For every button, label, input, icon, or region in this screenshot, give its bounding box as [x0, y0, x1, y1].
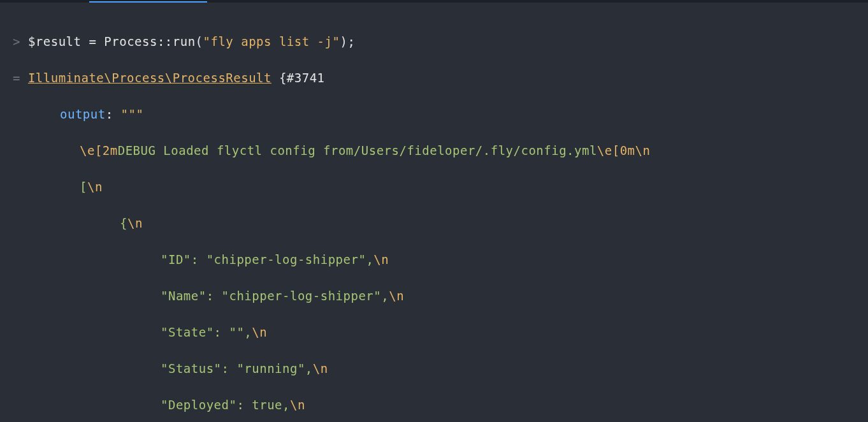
json-key: "ID"	[161, 252, 191, 266]
ansi-escape-start: \e[2m	[80, 143, 118, 157]
json-val: true	[252, 398, 282, 412]
call-close: );	[340, 34, 355, 48]
json-key: "Status"	[161, 361, 222, 375]
newline-escape: \n	[127, 216, 143, 230]
json-kv-line: "Deployed": true,\n	[13, 396, 855, 414]
tab-indicator-bar	[0, 0, 868, 3]
json-val: "chipper-log-shipper"	[206, 252, 366, 266]
newline-escape: \n	[87, 180, 103, 194]
json-key: "Name"	[161, 289, 206, 303]
object-suffix: {#3741	[271, 71, 325, 85]
class-call: Process::run(	[104, 34, 203, 48]
json-comma: ,	[282, 398, 290, 412]
newline-escape: \n	[389, 289, 404, 303]
assign-op: =	[81, 34, 104, 48]
json-key: "Deployed"	[161, 398, 236, 412]
brace-open: {	[120, 216, 127, 230]
prompt-marker: >	[13, 34, 20, 48]
ansi-escape-end: \e[0m	[597, 143, 635, 157]
json-val: "running"	[236, 361, 305, 375]
json-sep: :	[214, 325, 229, 339]
json-comma: ,	[244, 325, 252, 339]
newline-escape: \n	[313, 361, 328, 375]
json-kv-line: "State": "",\n	[13, 323, 855, 342]
prompt-line: > $result = Process::run("fly apps list …	[13, 33, 855, 51]
json-kv-line: "ID": "chipper-log-shipper",\n	[13, 251, 855, 269]
json-val: ""	[229, 325, 244, 339]
string-arg: "fly apps list -j"	[203, 34, 340, 48]
json-comma: ,	[305, 361, 313, 375]
brace-open-line: {\n	[13, 214, 855, 233]
json-val: "chipper-log-shipper"	[222, 289, 382, 303]
debug-text: DEBUG Loaded flyctl config from/Users/fi…	[118, 143, 597, 157]
json-kv-line: "Name": "chipper-log-shipper",\n	[13, 287, 855, 305]
console-output[interactable]: > $result = Process::run("fly apps list …	[0, 3, 868, 422]
json-sep: :	[206, 289, 222, 303]
json-key: "State"	[161, 325, 214, 339]
variable-name: $result	[28, 34, 82, 48]
json-sep: :	[222, 361, 237, 375]
newline-escape: \n	[252, 325, 267, 339]
json-comma: ,	[366, 252, 373, 266]
newline-escape: \n	[373, 252, 389, 266]
newline-escape: \n	[290, 398, 305, 412]
json-sep: :	[236, 398, 252, 412]
json-sep: :	[191, 252, 206, 266]
json-kv-line: "Status": "running",\n	[13, 360, 855, 378]
newline-escape: \n	[635, 143, 651, 157]
property-key: output	[60, 107, 106, 121]
debug-line: \e[2mDEBUG Loaded flyctl config from/Use…	[13, 142, 855, 160]
bracket-open: [	[80, 180, 87, 194]
output-property-line: output: """	[13, 105, 855, 124]
class-name-link[interactable]: Illuminate\Process\ProcessResult	[28, 71, 271, 85]
result-line: = Illuminate\Process\ProcessResult {#374…	[13, 69, 855, 87]
property-sep: :	[106, 107, 121, 121]
bracket-open-line: [\n	[13, 178, 855, 196]
result-marker: =	[13, 71, 20, 85]
triple-quote: """	[121, 107, 144, 121]
json-comma: ,	[381, 289, 389, 303]
